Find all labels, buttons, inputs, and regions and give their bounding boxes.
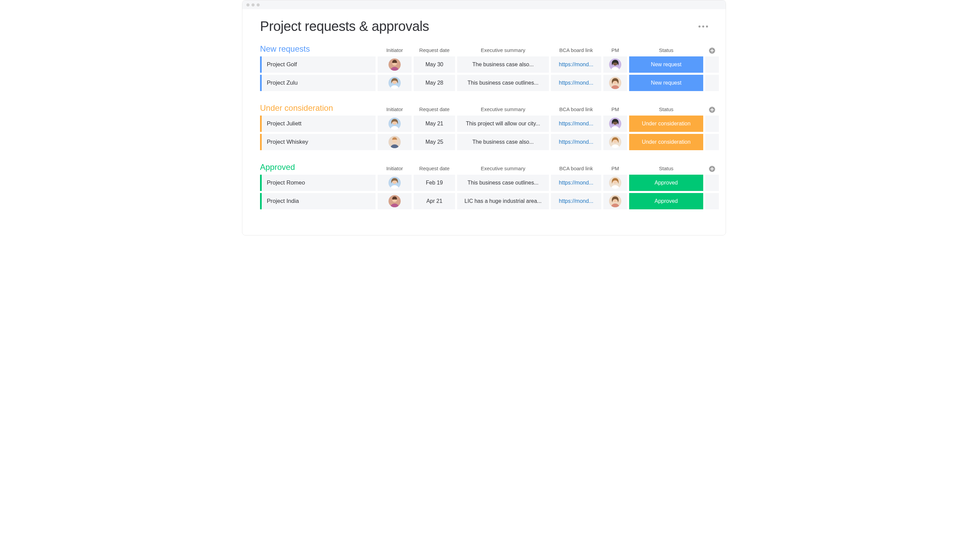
- cell-bca-link[interactable]: https://mond...: [551, 56, 601, 73]
- column-header-request-date[interactable]: Request date: [414, 166, 455, 172]
- column-header-bca-link[interactable]: BCA board link: [551, 47, 601, 55]
- avatar[interactable]: [609, 136, 621, 148]
- cell-pm[interactable]: [603, 56, 627, 73]
- add-column-button[interactable]: [705, 166, 719, 172]
- table-row[interactable]: Project Golf May 30 The business case al…: [260, 56, 708, 73]
- add-column-button[interactable]: [705, 48, 719, 55]
- cell-name[interactable]: Project Whiskey: [260, 134, 376, 150]
- table-row[interactable]: Project Juliett May 21 This project will…: [260, 116, 708, 132]
- column-header-pm[interactable]: PM: [603, 166, 627, 172]
- cell-status[interactable]: Under consideration: [629, 116, 703, 132]
- cell-pm[interactable]: [603, 134, 627, 150]
- cell-summary[interactable]: This project will allow our city...: [457, 116, 549, 132]
- avatar[interactable]: [388, 136, 401, 148]
- cell-pm[interactable]: [603, 116, 627, 132]
- column-header-pm[interactable]: PM: [603, 47, 627, 55]
- cell-summary[interactable]: This business case outlines...: [457, 175, 549, 191]
- cell-request-date[interactable]: Feb 19: [414, 175, 455, 191]
- column-header-bca-link[interactable]: BCA board link: [551, 106, 601, 113]
- cell-initiator[interactable]: [378, 56, 412, 73]
- cell-request-date[interactable]: May 21: [414, 116, 455, 132]
- column-header-initiator[interactable]: Initiator: [378, 47, 412, 55]
- add-column-button[interactable]: [705, 107, 719, 113]
- cell-pm[interactable]: [603, 75, 627, 91]
- cell-status[interactable]: Approved: [629, 193, 703, 209]
- avatar[interactable]: [609, 118, 621, 130]
- column-header-summary[interactable]: Executive summary: [457, 166, 549, 172]
- more-menu-icon[interactable]: [698, 25, 708, 28]
- avatar[interactable]: [609, 58, 621, 71]
- avatar[interactable]: [388, 118, 401, 130]
- cell-name[interactable]: Project Zulu: [260, 75, 376, 91]
- cell-request-date[interactable]: May 30: [414, 56, 455, 73]
- group-header: Approved Initiator Request date Executiv…: [260, 162, 708, 172]
- group-title[interactable]: Under consideration: [260, 103, 376, 113]
- column-header-initiator[interactable]: Initiator: [378, 166, 412, 172]
- group-header: New requests Initiator Request date Exec…: [260, 44, 708, 55]
- column-header-pm[interactable]: PM: [603, 106, 627, 113]
- cell-summary[interactable]: This business case outlines...: [457, 75, 549, 91]
- cell-request-date[interactable]: Apr 21: [414, 193, 455, 209]
- column-header-summary[interactable]: Executive summary: [457, 47, 549, 55]
- cell-initiator[interactable]: [378, 134, 412, 150]
- cell-bca-link[interactable]: https://mond...: [551, 75, 601, 91]
- cell-bca-link[interactable]: https://mond...: [551, 134, 601, 150]
- group-title[interactable]: New requests: [260, 44, 376, 55]
- cell-name[interactable]: Project Juliett: [260, 116, 376, 132]
- group-under: Under consideration Initiator Request da…: [260, 103, 708, 150]
- cell-bca-link[interactable]: https://mond...: [551, 175, 601, 191]
- avatar[interactable]: [609, 77, 621, 89]
- cell-status[interactable]: New request: [629, 56, 703, 73]
- cell-status[interactable]: New request: [629, 75, 703, 91]
- column-header-initiator[interactable]: Initiator: [378, 106, 412, 113]
- cell-trailing: [705, 75, 719, 91]
- cell-status[interactable]: Under consideration: [629, 134, 703, 150]
- cell-initiator[interactable]: [378, 116, 412, 132]
- avatar[interactable]: [388, 58, 401, 71]
- group-header: Under consideration Initiator Request da…: [260, 103, 708, 113]
- avatar[interactable]: [388, 77, 401, 89]
- cell-bca-link[interactable]: https://mond...: [551, 116, 601, 132]
- cell-name[interactable]: Project Romeo: [260, 175, 376, 191]
- cell-pm[interactable]: [603, 175, 627, 191]
- cell-summary[interactable]: The business case also...: [457, 56, 549, 73]
- column-header-request-date[interactable]: Request date: [414, 106, 455, 113]
- window-control-dot[interactable]: [252, 3, 255, 7]
- cell-trailing: [705, 175, 719, 191]
- column-header-request-date[interactable]: Request date: [414, 47, 455, 55]
- table-row[interactable]: Project Whiskey May 25 The business case…: [260, 134, 708, 150]
- plus-icon: [709, 107, 715, 113]
- cell-name[interactable]: Project India: [260, 193, 376, 209]
- cell-bca-link[interactable]: https://mond...: [551, 193, 601, 209]
- cell-name[interactable]: Project Golf: [260, 56, 376, 73]
- cell-initiator[interactable]: [378, 75, 412, 91]
- cell-request-date[interactable]: May 25: [414, 134, 455, 150]
- table-row[interactable]: Project India Apr 21 LIC has a huge indu…: [260, 193, 708, 209]
- cell-trailing: [705, 56, 719, 73]
- plus-icon: [709, 166, 715, 172]
- column-header-bca-link[interactable]: BCA board link: [551, 166, 601, 172]
- column-header-status[interactable]: Status: [629, 106, 703, 113]
- table-row[interactable]: Project Zulu May 28 This business case o…: [260, 75, 708, 91]
- group-title[interactable]: Approved: [260, 162, 376, 172]
- window-control-dot[interactable]: [257, 3, 260, 7]
- avatar[interactable]: [388, 195, 401, 207]
- avatar[interactable]: [609, 195, 621, 207]
- group-new: New requests Initiator Request date Exec…: [260, 44, 708, 91]
- column-header-status[interactable]: Status: [629, 166, 703, 172]
- avatar[interactable]: [609, 177, 621, 189]
- window-control-dot[interactable]: [247, 3, 249, 7]
- avatar[interactable]: [388, 177, 401, 189]
- cell-status[interactable]: Approved: [629, 175, 703, 191]
- cell-pm[interactable]: [603, 193, 627, 209]
- page-title: Project requests & approvals: [260, 19, 429, 34]
- cell-summary[interactable]: The business case also...: [457, 134, 549, 150]
- cell-request-date[interactable]: May 28: [414, 75, 455, 91]
- column-header-status[interactable]: Status: [629, 47, 703, 55]
- cell-initiator[interactable]: [378, 193, 412, 209]
- cell-initiator[interactable]: [378, 175, 412, 191]
- column-header-summary[interactable]: Executive summary: [457, 106, 549, 113]
- table-row[interactable]: Project Romeo Feb 19 This business case …: [260, 175, 708, 191]
- cell-summary[interactable]: LIC has a huge industrial area...: [457, 193, 549, 209]
- cell-trailing: [705, 116, 719, 132]
